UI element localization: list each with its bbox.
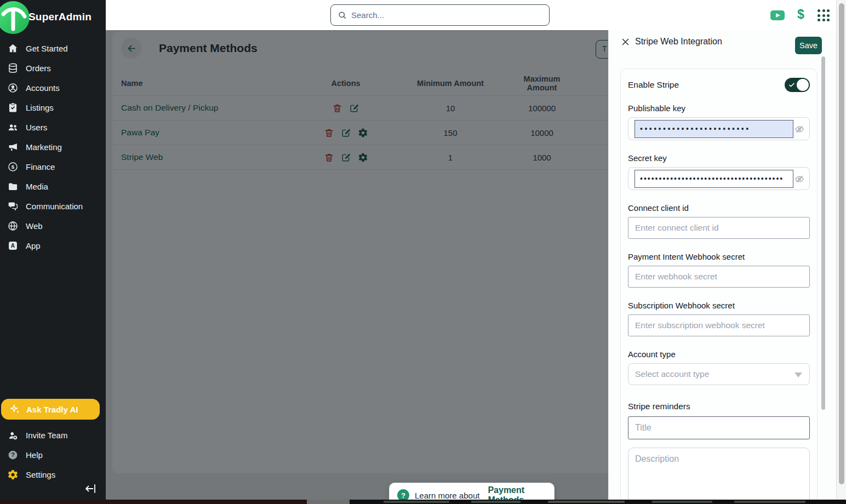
strip-artifact <box>548 501 625 503</box>
modal-dim-overlay <box>106 30 608 500</box>
stripe-integration-panel: Stripe Web Integration Save Enable Strip… <box>608 30 836 500</box>
secret-key-masked-value[interactable]: •••••••••••••••••••••••••••••••••••••• <box>634 170 793 188</box>
close-icon[interactable] <box>621 37 630 47</box>
users-group-icon <box>7 122 19 133</box>
publishable-key-label: Publishable key <box>628 104 810 113</box>
app-root: SuperAdmin Get Started Orders Accounts L… <box>0 0 846 504</box>
strip-artifact <box>0 500 307 504</box>
publishable-key-masked-value[interactable]: •••••••••••••••••••••••• <box>634 120 793 138</box>
clipboard-check-icon <box>7 102 19 113</box>
stripe-reminders-label: Stripe reminders <box>628 402 810 411</box>
ask-ai-label: Ask Tradly AI <box>26 405 78 414</box>
sidebar-item-web[interactable]: Web <box>0 216 106 236</box>
sidebar-item-label: Invite Team <box>26 431 67 440</box>
globe-icon <box>7 220 19 232</box>
account-type-placeholder: Select account type <box>635 369 709 379</box>
gear-icon <box>7 469 19 480</box>
sidebar-item-help[interactable]: ? Help <box>0 445 106 465</box>
sidebar-footer: Invite Team ? Help Settings <box>0 425 106 484</box>
sidebar-item-label: Web <box>26 221 43 231</box>
svg-text:A: A <box>11 243 15 249</box>
stripe-settings-card: Enable Stripe Publishable key ••••••••••… <box>620 68 818 500</box>
reminder-title-input[interactable] <box>628 416 810 439</box>
ask-tradly-ai-button[interactable]: Ask Tradly AI <box>1 399 100 420</box>
sidebar-item-label: Users <box>26 123 47 132</box>
collapse-arrow-icon <box>84 482 97 495</box>
video-tutorial-icon[interactable] <box>770 10 785 20</box>
sidebar-item-label: App <box>26 241 41 250</box>
orders-stack-icon <box>7 62 19 74</box>
eye-slash-icon[interactable] <box>794 174 804 184</box>
apps-grid-icon[interactable] <box>818 9 830 21</box>
sidebar-item-label: Settings <box>26 470 55 479</box>
enable-stripe-row: Enable Stripe <box>628 77 810 93</box>
sidebar-item-communication[interactable]: Communication <box>0 196 106 216</box>
connect-client-id-input[interactable] <box>628 217 810 239</box>
question-circle-icon: ? <box>7 449 19 461</box>
eye-slash-icon[interactable] <box>794 124 804 134</box>
sidebar-nav: Get Started Orders Accounts Listings Use… <box>0 38 106 255</box>
secret-key-field[interactable]: •••••••••••••••••••••••••••••••••••••• <box>628 167 810 190</box>
sidebar-item-get-started[interactable]: Get Started <box>0 38 106 58</box>
sidebar-item-app[interactable]: A App <box>0 236 106 255</box>
panel-title: Stripe Web Integration <box>635 37 722 47</box>
sidebar-item-label: Finance <box>26 162 55 171</box>
secret-key-label: Secret key <box>628 153 810 163</box>
sidebar: SuperAdmin Get Started Orders Accounts L… <box>0 0 106 500</box>
sidebar-item-users[interactable]: Users <box>0 117 106 137</box>
publishable-key-field[interactable]: •••••••••••••••••••••••• <box>628 117 810 140</box>
check-icon <box>788 82 795 88</box>
sidebar-item-finance[interactable]: $ Finance <box>0 157 106 176</box>
strip-artifact <box>652 501 712 503</box>
payment-intent-webhook-input[interactable] <box>628 266 810 288</box>
account-circle-icon <box>7 82 19 94</box>
enable-stripe-toggle[interactable] <box>785 78 810 92</box>
subscription-webhook-input[interactable] <box>628 314 810 336</box>
sidebar-item-label: Communication <box>26 202 83 211</box>
app-store-icon: A <box>7 240 19 251</box>
sidebar-item-label: Marketing <box>26 142 62 152</box>
search-input[interactable] <box>351 10 542 20</box>
sidebar-item-listings[interactable]: Listings <box>0 98 106 117</box>
account-type-select[interactable]: Select account type <box>628 363 810 385</box>
reminder-description-textarea[interactable] <box>628 448 810 500</box>
search-box[interactable] <box>330 4 550 26</box>
sidebar-item-media[interactable]: Media <box>0 176 106 196</box>
payment-intent-webhook-label: Payment Intent Webhook secret <box>628 252 810 261</box>
page-scrollbar <box>836 0 846 500</box>
strip-artifact <box>471 501 521 503</box>
sidebar-collapse-button[interactable] <box>84 482 97 495</box>
strip-artifact <box>734 501 805 503</box>
folder-icon <box>7 181 19 192</box>
megaphone-icon <box>7 141 19 153</box>
enable-stripe-label: Enable Stripe <box>628 80 679 90</box>
sparkle-icon <box>9 403 21 415</box>
app-title: SuperAdmin <box>28 11 92 23</box>
panel-scrollbar[interactable] <box>821 56 825 410</box>
save-button[interactable]: Save <box>795 37 822 54</box>
sidebar-item-marketing[interactable]: Marketing <box>0 137 106 157</box>
billing-dollar-icon[interactable]: $ <box>797 7 804 22</box>
topbar: $ <box>106 0 846 30</box>
person-add-icon <box>7 429 19 441</box>
toggle-knob <box>797 79 809 91</box>
tradly-logo <box>0 1 30 35</box>
page-scrollbar-thumb[interactable] <box>839 3 844 484</box>
sidebar-item-orders[interactable]: Orders <box>0 58 106 78</box>
search-icon <box>338 10 347 20</box>
sidebar-item-label: Orders <box>26 64 51 73</box>
sidebar-item-label: Help <box>26 450 43 460</box>
subscription-webhook-label: Subscription Webhook secret <box>628 301 810 310</box>
connect-client-id-label: Connect client id <box>628 203 810 213</box>
sidebar-item-settings[interactable]: Settings <box>0 465 106 484</box>
chat-bubbles-icon <box>7 201 19 212</box>
svg-text:$: $ <box>12 164 15 170</box>
background-window-strip <box>0 500 846 504</box>
sidebar-item-accounts[interactable]: Accounts <box>0 78 106 98</box>
sidebar-item-invite-team[interactable]: Invite Team <box>0 425 106 445</box>
sidebar-item-label: Accounts <box>26 83 60 93</box>
sidebar-item-label: Listings <box>26 103 54 112</box>
account-type-label: Account type <box>628 350 810 359</box>
home-icon <box>7 43 19 54</box>
sidebar-item-label: Get Started <box>26 44 68 53</box>
